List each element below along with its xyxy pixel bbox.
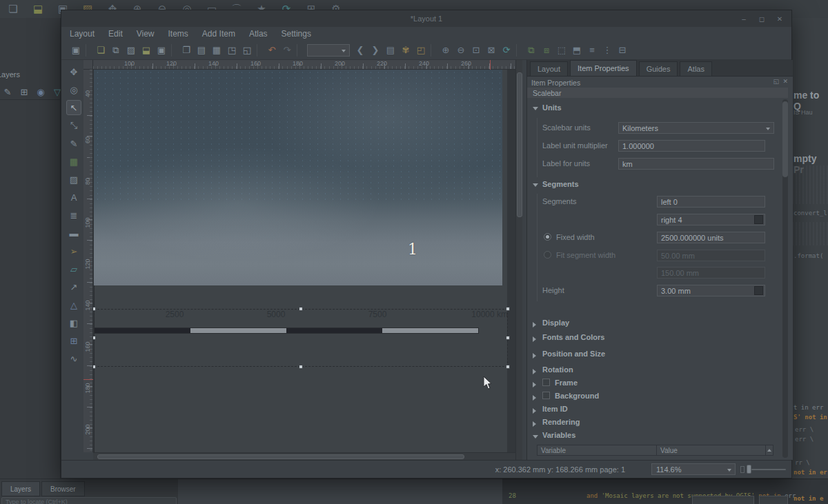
spinner[interactable] bbox=[765, 196, 765, 208]
zoom-slider[interactable] bbox=[751, 469, 786, 470]
section-variables[interactable]: Variables bbox=[542, 431, 575, 439]
window-titlebar[interactable]: *Layout 1 – ◻ ✕ bbox=[61, 10, 791, 27]
zoom-full-icon[interactable]: ⊡ bbox=[469, 43, 484, 58]
resize-items-icon[interactable]: ⊟ bbox=[615, 43, 630, 58]
scrollbar-thumb[interactable] bbox=[517, 72, 522, 217]
fixed-width-input[interactable]: 2500.000000 units bbox=[657, 232, 765, 243]
zoom-actual-icon[interactable]: ⊠ bbox=[484, 43, 499, 58]
spinner[interactable] bbox=[765, 214, 765, 225]
manage-map-themes-icon[interactable]: ◉ bbox=[33, 84, 48, 99]
resize-handle[interactable] bbox=[506, 365, 510, 369]
variables-col-variable[interactable]: Variable bbox=[537, 445, 657, 456]
section-frame[interactable]: Frame bbox=[555, 379, 578, 387]
chevron-right-icon[interactable] bbox=[533, 421, 536, 427]
pan-icon[interactable]: ✥ bbox=[66, 64, 81, 79]
chevron-down-icon[interactable] bbox=[533, 183, 538, 187]
maximize-button[interactable]: ◻ bbox=[753, 10, 771, 27]
add-shape-icon[interactable]: ▱ bbox=[66, 261, 81, 276]
spinner[interactable] bbox=[765, 140, 765, 152]
resize-handle[interactable] bbox=[93, 365, 96, 369]
refresh-view-icon[interactable]: ⟳ bbox=[499, 43, 514, 58]
redo-icon[interactable]: ↷ bbox=[279, 43, 295, 58]
layer-styling-icon[interactable]: ✎ bbox=[0, 84, 15, 99]
print-layout-icon[interactable]: ▤ bbox=[194, 43, 209, 58]
new-page-icon[interactable]: ❐ bbox=[179, 43, 194, 58]
zoom-out-icon[interactable]: ⊖ bbox=[453, 43, 469, 58]
console-find-input[interactable] bbox=[692, 496, 754, 504]
atlas-next-icon[interactable]: ❯ bbox=[368, 43, 383, 58]
fixed-width-radio[interactable] bbox=[544, 233, 551, 241]
export-image-icon[interactable]: ▦ bbox=[209, 43, 224, 58]
add-node-item-icon[interactable]: △ bbox=[66, 297, 81, 312]
edit-nodes-item-icon[interactable]: ✎ bbox=[66, 136, 81, 151]
label-for-units-input[interactable]: km bbox=[618, 158, 774, 170]
locator-bar[interactable]: Type to locate (Ctrl+K) bbox=[1, 497, 177, 504]
height-input[interactable]: 3.00 mm bbox=[657, 285, 765, 296]
frame-checkbox[interactable] bbox=[542, 379, 550, 386]
data-defined-override-icon[interactable] bbox=[754, 215, 763, 224]
resize-handle[interactable] bbox=[299, 365, 303, 369]
add-plot-icon[interactable]: ∿ bbox=[66, 351, 81, 366]
layout-manager-icon[interactable]: ▨ bbox=[124, 43, 139, 58]
menu-items[interactable]: Items bbox=[168, 29, 188, 39]
layout-canvas[interactable]: 1 2500 5000 7500 10000 km bbox=[93, 70, 515, 452]
zoom-slider-thumb[interactable] bbox=[747, 465, 751, 474]
new-layout-icon[interactable]: ❏ bbox=[93, 43, 108, 58]
resize-handle[interactable] bbox=[506, 307, 510, 311]
chevron-down-icon[interactable] bbox=[533, 435, 538, 439]
align-items-icon[interactable]: ≡ bbox=[584, 43, 600, 58]
section-rotation[interactable]: Rotation bbox=[542, 365, 573, 374]
menu-settings[interactable]: Settings bbox=[282, 29, 311, 39]
atlas-print-icon[interactable]: ▤ bbox=[383, 43, 398, 58]
map-item[interactable]: 1 bbox=[94, 70, 502, 285]
chevron-right-icon[interactable] bbox=[533, 408, 536, 414]
section-units[interactable]: Units bbox=[542, 103, 562, 112]
new-project-icon[interactable]: ❏ bbox=[6, 1, 21, 17]
section-fonts-colors[interactable]: Fonts and Colors bbox=[542, 333, 604, 341]
section-display[interactable]: Display bbox=[542, 319, 569, 327]
menu-atlas[interactable]: Atlas bbox=[249, 29, 268, 39]
select-move-item-icon[interactable]: ↖ bbox=[66, 100, 81, 115]
add-attribute-table-icon[interactable]: ⊞ bbox=[66, 333, 81, 348]
tab-browser[interactable]: Browser bbox=[41, 481, 85, 496]
spinner[interactable] bbox=[765, 232, 765, 243]
add-north-arrow-icon[interactable]: ➢ bbox=[66, 243, 81, 259]
horizontal-scrollbar[interactable] bbox=[93, 452, 515, 460]
open-project-icon[interactable]: ⬓ bbox=[30, 1, 46, 17]
resize-handle[interactable] bbox=[93, 307, 96, 311]
chevron-right-icon[interactable] bbox=[533, 382, 536, 387]
undo-icon[interactable]: ↶ bbox=[264, 43, 279, 58]
unlock-items-icon[interactable]: ⬚ bbox=[554, 43, 569, 58]
float-panel-icon[interactable]: ◱ bbox=[773, 78, 779, 85]
zoom-in-icon[interactable]: ⊕ bbox=[438, 43, 453, 58]
resize-handle[interactable] bbox=[299, 307, 303, 311]
section-background[interactable]: Background bbox=[555, 392, 599, 400]
segments-right-input[interactable]: right 4 bbox=[657, 214, 765, 225]
zoom-region-icon[interactable]: ◰ bbox=[413, 43, 428, 58]
chevron-right-icon[interactable] bbox=[533, 336, 536, 342]
tab-atlas[interactable]: Atlas bbox=[680, 61, 711, 76]
add-picture-icon[interactable]: ▨ bbox=[66, 172, 81, 187]
save-as-layout-icon[interactable]: ▣ bbox=[154, 43, 169, 58]
section-position-size[interactable]: Position and Size bbox=[542, 350, 605, 358]
tab-guides[interactable]: Guides bbox=[639, 61, 678, 76]
spinner[interactable] bbox=[765, 285, 765, 296]
add-html-icon[interactable]: ◧ bbox=[66, 315, 81, 330]
chevron-right-icon[interactable] bbox=[533, 369, 536, 374]
open-layout-icon[interactable]: ⬓ bbox=[139, 43, 154, 58]
raise-items-icon[interactable]: ⬒ bbox=[569, 43, 584, 58]
section-rendering[interactable]: Rendering bbox=[542, 418, 580, 426]
minimize-button[interactable]: – bbox=[735, 10, 753, 27]
menu-edit[interactable]: Edit bbox=[108, 29, 123, 39]
scrollbar-thumb[interactable] bbox=[782, 101, 788, 177]
chevron-down-icon[interactable] bbox=[533, 107, 538, 110]
vertical-ruler[interactable]: 40 60 80 100 120 140 160 180 200 bbox=[83, 70, 93, 452]
resize-handle[interactable] bbox=[93, 336, 96, 340]
duplicate-layout-icon[interactable]: ⧉ bbox=[108, 43, 124, 58]
scrollbar-thumb[interactable] bbox=[97, 454, 464, 459]
add-map-icon[interactable]: ▦ bbox=[66, 154, 81, 169]
multiplier-input[interactable]: 1.000000 bbox=[618, 140, 765, 152]
variables-scroll-up[interactable] bbox=[765, 445, 773, 456]
tab-layers[interactable]: Layers bbox=[1, 481, 40, 496]
add-legend-icon[interactable]: ≣ bbox=[66, 208, 81, 223]
